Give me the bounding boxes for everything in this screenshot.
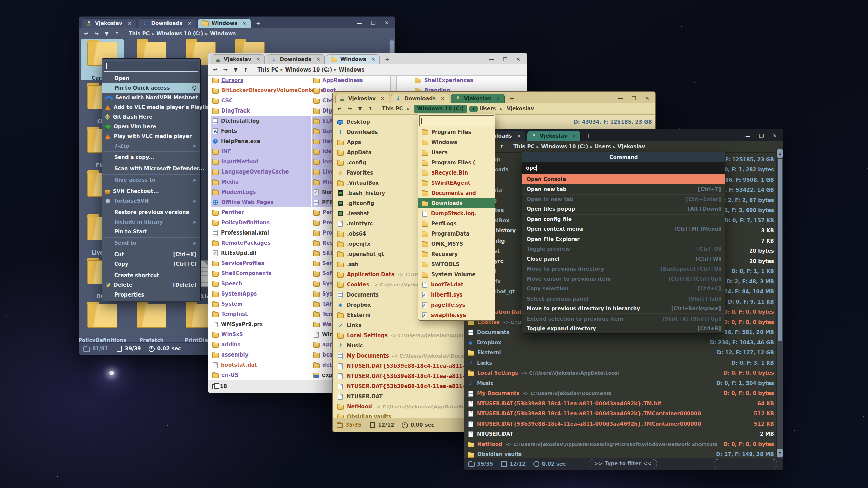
tab-windows[interactable]: Windows✕ (198, 18, 251, 28)
palette-item-copy-selection[interactable]: Copy selection[Ctrl+C] (522, 284, 725, 293)
menu-item-properties[interactable]: Properties (102, 290, 200, 300)
dropdown-item-windows[interactable]: Windows (418, 137, 495, 147)
tab-close-icon[interactable]: ✕ (496, 96, 500, 101)
tab-close-icon[interactable]: ✕ (256, 57, 260, 62)
type-to-filter-box[interactable]: >> Type to filter << (589, 459, 657, 468)
forward-button[interactable]: ↪ (95, 30, 99, 37)
breadcrumb-item[interactable]: Windows (210, 30, 236, 37)
scroll-up-button[interactable]: ▲ (777, 149, 783, 158)
menu-item-pin-to-start[interactable]: Pin to Start (102, 227, 200, 237)
minimize-button[interactable]: — (745, 133, 750, 139)
breadcrumb-dropdown-toggle[interactable]: ▼ (469, 106, 477, 112)
file-row[interactable]: ◆DropboxD: 230, F: 1043, 46 GB (464, 338, 777, 348)
dropdown-item--recycle-bin[interactable]: $Recycle.Bin (418, 168, 495, 178)
tab-downloads[interactable]: ↓Downloads✕ (267, 54, 325, 64)
minimize-button[interactable]: — (489, 56, 494, 62)
file-row[interactable]: ServiceProfiles (211, 258, 311, 268)
menu-item-open[interactable]: Open (102, 74, 200, 83)
file-row[interactable]: assembly (211, 350, 311, 360)
new-tab-button[interactable]: + (510, 95, 514, 102)
tab-close-icon[interactable]: ✕ (188, 21, 192, 26)
breadcrumb-item[interactable]: Windows 10 (C:) (285, 67, 332, 73)
menu-item-open-vim-here[interactable]: Open Vim here (102, 122, 200, 132)
file-row[interactable]: My Documents-> C:\Users\Vjekoslav\Docume… (464, 388, 777, 399)
palette-item-extend-selection-to-previous-item[interactable]: Extend selection to previous item[Shift+… (522, 313, 725, 323)
grid-item-policydefinitions[interactable] (81, 301, 124, 343)
up-button[interactable]: ↑ (368, 106, 373, 112)
dropdown-item-swapfile-sys[interactable]: swapfile.sys (418, 310, 495, 320)
file-row[interactable]: DiagTrack (211, 106, 311, 116)
menu-item-create-shortcut[interactable]: Create shortcut (102, 271, 200, 281)
file-row[interactable]: NTUSER.DAT{53b39e88-18c4-11ea-a811-000d3… (464, 419, 777, 429)
close-button[interactable]: ✕ (645, 95, 649, 101)
palette-item-move-cursor-to-previous-item[interactable]: Move cursor to previous item[Ctrl+K] [Ct… (522, 274, 725, 284)
up-button[interactable]: ↑ (244, 67, 248, 73)
file-row[interactable]: RemotePackages (211, 238, 311, 248)
tab-vjekoslav[interactable]: Vjekoslav✕ (211, 54, 265, 64)
dropdown-item-recovery[interactable]: Recovery (418, 249, 495, 259)
scrollbar[interactable]: ▲ ▼ (776, 149, 783, 458)
dropdown-item-users[interactable]: Users (418, 147, 495, 158)
palette-item-open-in-new-tab[interactable]: Open in new tab[Ctrl+Enter] (522, 194, 725, 204)
tab-close-icon[interactable]: ✕ (127, 21, 132, 26)
maximize-button[interactable]: ❐ (371, 20, 375, 26)
menu-item-play-with-vlc-media-player[interactable]: Play with VLC media player (102, 131, 200, 141)
menu-item-restore-previous-versions[interactable]: Restore previous versions (102, 208, 200, 218)
breadcrumb-item[interactable]: This PC (257, 67, 278, 73)
file-row[interactable]: Local Settings-> C:\Users\Vjekoslav\AppD… (464, 368, 777, 378)
breadcrumb-item[interactable]: Windows 10 (C:) (541, 144, 588, 150)
menu-item-scan-with-microsoft-defender-[interactable]: Scan with Microsoft Defender... (102, 164, 200, 174)
minimize-button[interactable]: — (357, 20, 362, 26)
breadcrumb-item-active[interactable]: Windows 10 (C:) (414, 105, 467, 113)
menu-item-include-in-library[interactable]: Include in library▶ (102, 217, 200, 227)
breadcrumb-item[interactable]: This PC (129, 30, 150, 37)
dropdown-item-hiberfil-sys[interactable]: hiberfil.sys (418, 290, 495, 300)
breadcrumb-item[interactable]: This PC (513, 144, 534, 150)
dropdown-item-swtools[interactable]: SWTOOLS (418, 259, 495, 269)
file-row[interactable]: RtlExUpd.dll (211, 248, 311, 258)
maximize-button[interactable]: ❐ (632, 95, 636, 101)
history-dropdown-icon[interactable]: ▼ (358, 106, 362, 112)
new-tab-button[interactable]: + (586, 133, 590, 139)
file-row[interactable]: BitLockerDiscoveryVolumeContents (211, 85, 311, 96)
breadcrumb-item[interactable]: This PC (382, 106, 403, 112)
file-row[interactable]: DtcInstall.log (211, 116, 311, 126)
close-button[interactable]: ✕ (516, 56, 520, 62)
back-button[interactable]: ↩ (337, 106, 342, 112)
file-row[interactable]: Cursors (211, 75, 311, 85)
tab-close-icon[interactable]: ✕ (517, 133, 521, 139)
palette-item-open-console[interactable]: Open Console (522, 174, 725, 184)
file-row[interactable]: bootstat.dat (211, 360, 311, 370)
menu-item-give-access-to[interactable]: Give access to▶ (102, 175, 200, 185)
menu-item-7-zip[interactable]: 7-Zip▶ (102, 141, 200, 151)
menu-item-add-to-vlc-media-player-s-playlist[interactable]: Add to VLC media player's Playlist (102, 103, 200, 113)
menu-item-git-bash-here[interactable]: Git Bash Here (102, 112, 200, 122)
menu-item-cut[interactable]: Cut[Ctrl+X] (102, 250, 200, 260)
tab-downloads[interactable]: ↓Downloads✕ (138, 18, 196, 28)
history-dropdown-icon[interactable]: ▼ (105, 30, 109, 37)
palette-item-move-to-previous-directory-in-hierarchy[interactable]: Move to previous directory in hierarchy[… (522, 304, 725, 313)
file-row[interactable]: ShellExperiences (414, 75, 514, 85)
dropdown-item-system-volume[interactable]: System Volume (418, 269, 495, 280)
menu-item-send-a-copy-[interactable]: Send a copy... (102, 152, 200, 162)
tab-close-icon[interactable]: ✕ (572, 133, 576, 139)
palette-item-close-panel[interactable]: Close panel[Ctrl+W] (522, 254, 725, 264)
scroll-down-button[interactable]: ▼ (777, 449, 783, 457)
file-row[interactable]: AFonts (211, 126, 311, 136)
dropdown-item-qmk-msys[interactable]: QMK_MSYS (418, 239, 495, 249)
palette-item-open-files-popup[interactable]: Open files popup[Alt+Down] (522, 204, 725, 214)
palette-item-open-new-tab[interactable]: Open new tab[Ctrl+T] (522, 184, 725, 194)
file-row[interactable]: Media (211, 177, 311, 187)
file-row[interactable]: INF (211, 146, 311, 157)
forward-button[interactable]: ↪ (223, 67, 228, 73)
new-tab-button[interactable]: + (385, 56, 389, 62)
dropdown-item-program-files[interactable]: Program Files (418, 127, 495, 137)
palette-item-open-context-menu[interactable]: Open context menu[Ctrl+M] [Menu] (522, 224, 725, 234)
menu-item-tortoisesvn[interactable]: TortoiseSVN▶ (102, 196, 200, 206)
palette-item-toggle-expand-directory[interactable]: Toggle expand directory[Ctrl+B] (522, 324, 725, 333)
breadcrumb-item[interactable]: Vjekoslav (507, 106, 534, 112)
tab-vjekoslav[interactable]: Vjekoslav✕ (335, 94, 389, 103)
file-row[interactable]: LanguageOverlayCache (211, 167, 311, 177)
file-row[interactable]: Offline Web Pages (211, 197, 311, 207)
file-row[interactable]: InputMethod (211, 157, 311, 167)
